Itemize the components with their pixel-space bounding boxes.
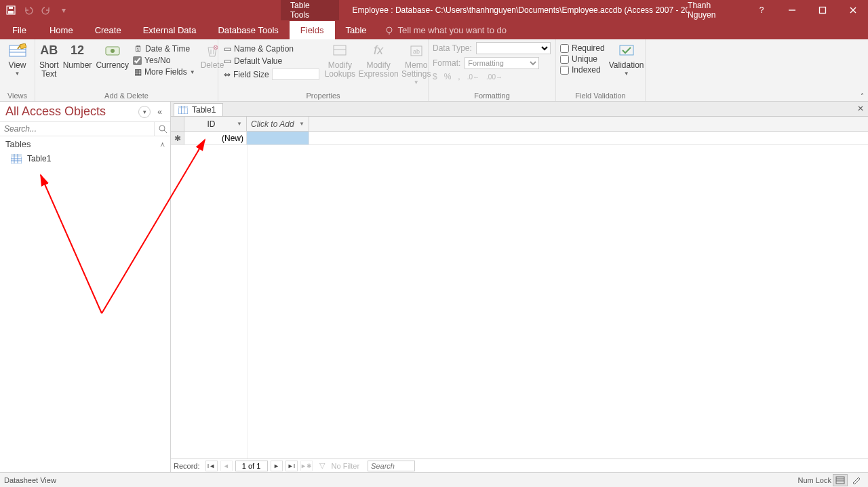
format-select[interactable]: Formatting [465, 57, 539, 69]
number-button[interactable]: 12 Number [63, 42, 92, 70]
percent-format-icon[interactable]: % [444, 72, 452, 81]
minimize-button[interactable] [777, 0, 808, 20]
group-label-properties: Properties [222, 92, 424, 101]
design-view-button[interactable] [849, 474, 864, 486]
currency-button[interactable]: Currency [96, 42, 129, 70]
default-value-button[interactable]: ▭Default Value [222, 56, 321, 66]
table-icon [11, 154, 22, 163]
tab-table[interactable]: Table [335, 21, 378, 39]
svg-point-7 [387, 27, 392, 33]
yes-no-button[interactable]: Yes/No [133, 56, 197, 65]
datasheet: ID ▼ Click to Add ▼ ✱ (New) [171, 117, 868, 459]
increase-decimals-icon[interactable]: .0← [467, 73, 479, 81]
field-size-button[interactable]: ⇔Field Size [222, 68, 321, 81]
record-search-input[interactable] [368, 461, 415, 471]
decrease-decimals-icon[interactable]: .00→ [486, 73, 502, 81]
cell-new-field[interactable] [247, 132, 309, 144]
column-dropdown-icon[interactable]: ▼ [237, 121, 242, 127]
redo-icon[interactable] [39, 3, 53, 17]
view-button[interactable]: View ▼ [4, 42, 31, 77]
currency-format-icon[interactable]: $ [433, 72, 437, 81]
column-dropdown-icon[interactable]: ▼ [299, 121, 304, 127]
group-label-views: Views [4, 92, 31, 101]
number-label: Number [63, 61, 92, 70]
section-collapse-icon: ⋏ [160, 140, 165, 148]
new-record-icon[interactable]: ►✱ [300, 461, 313, 471]
maximize-button[interactable] [807, 0, 837, 20]
record-position-input[interactable] [235, 461, 268, 471]
nav-filter-dropdown-icon[interactable]: ▾ [138, 106, 151, 118]
column-click-to-add[interactable]: Click to Add ▼ [247, 117, 309, 131]
memo-settings-button[interactable]: ab Memo Settings ▼ [401, 42, 431, 86]
save-icon[interactable] [4, 3, 18, 17]
account-name[interactable]: Thanh Nguyen [688, 1, 740, 20]
required-check[interactable]: Required [560, 43, 605, 53]
datasheet-view-button[interactable] [833, 474, 848, 486]
search-icon[interactable] [154, 122, 170, 136]
tab-fields[interactable]: Fields [290, 21, 335, 39]
undo-icon[interactable] [22, 3, 35, 17]
first-record-icon[interactable]: I◄ [205, 461, 218, 471]
more-fields-button[interactable]: ▦More Fields▼ [133, 66, 197, 77]
select-all-corner[interactable] [171, 117, 184, 131]
svg-text:ab: ab [413, 48, 420, 55]
nav-pane-title[interactable]: All Access Objects [5, 104, 134, 119]
next-record-icon[interactable]: ► [271, 461, 283, 471]
last-record-icon[interactable]: ►I [285, 461, 298, 471]
svg-rect-1 [8, 11, 14, 14]
datasheet-header: ID ▼ Click to Add ▼ [171, 117, 868, 132]
svg-rect-27 [11, 154, 22, 157]
validation-button[interactable]: Validation ▼ [609, 42, 644, 77]
nav-collapse-icon[interactable]: « [155, 107, 165, 117]
svg-rect-19 [334, 45, 346, 55]
tag-icon: ▭ [224, 44, 231, 54]
help-icon[interactable]: ? [747, 0, 777, 20]
svg-rect-2 [9, 7, 13, 9]
unique-check[interactable]: Unique [560, 54, 605, 64]
qat-customize-icon[interactable]: ▾ [57, 3, 71, 17]
tab-home[interactable]: Home [39, 21, 84, 39]
tab-database-tools[interactable]: Database Tools [207, 21, 289, 39]
name-caption-button[interactable]: ▭Name & Caption [222, 43, 321, 54]
modify-lookups-button[interactable]: Modify Lookups [325, 42, 355, 79]
modify-expression-button[interactable]: fx Modify Expression [359, 42, 397, 79]
short-text-label: Short Text [39, 61, 59, 79]
group-formatting: Data Type: Format:Formatting $ % , .0← .… [429, 39, 556, 101]
group-add-delete: AB Short Text 12 Number Currency 🗓Date &… [35, 39, 218, 101]
field-size-input[interactable] [272, 69, 319, 80]
calendar-icon: 🗓 [134, 44, 142, 54]
tab-file[interactable]: File [0, 21, 39, 39]
document-tab-table1[interactable]: Table1 [174, 103, 223, 116]
comma-format-icon[interactable]: , [458, 72, 460, 81]
column-id[interactable]: ID ▼ [184, 117, 247, 131]
number-icon: 12 [68, 42, 86, 60]
document-tab-label: Table1 [192, 105, 216, 115]
chevron-down-icon: ▼ [15, 71, 20, 77]
chevron-down-icon: ▼ [414, 80, 419, 86]
short-text-button[interactable]: AB Short Text [39, 42, 59, 79]
cell-id-new[interactable]: (New) [184, 132, 247, 144]
data-type-select[interactable] [476, 42, 551, 54]
date-time-button[interactable]: 🗓Date & Time [133, 43, 197, 54]
window-title: Employee : Database- C:\Users\thanhnguye… [353, 5, 688, 15]
collapse-ribbon-icon[interactable]: ˄ [861, 92, 864, 100]
nav-section-tables[interactable]: Tables ⋏ [0, 136, 170, 152]
field-size-icon: ⇔ [224, 70, 231, 79]
nav-search [0, 121, 170, 136]
nav-item-table1[interactable]: Table1 [0, 152, 170, 165]
tab-external-data[interactable]: External Data [132, 21, 208, 39]
nav-search-input[interactable] [0, 122, 154, 136]
close-button[interactable] [837, 0, 868, 20]
record-label: Record: [174, 462, 200, 470]
chevron-down-icon: ▼ [190, 69, 195, 75]
tab-create[interactable]: Create [84, 21, 132, 39]
memo-icon: ab [408, 42, 425, 60]
indexed-check[interactable]: Indexed [560, 65, 605, 75]
prev-record-icon[interactable]: ◄ [220, 461, 233, 471]
close-document-icon[interactable]: ✕ [857, 104, 864, 113]
lightbulb-icon [384, 26, 394, 35]
tell-me-label: Tell me what you want to do [398, 25, 507, 35]
tell-me-search[interactable]: Tell me what you want to do [378, 21, 513, 39]
no-filter-label: No Filter [332, 462, 360, 470]
row-selector-new[interactable]: ✱ [171, 132, 184, 144]
